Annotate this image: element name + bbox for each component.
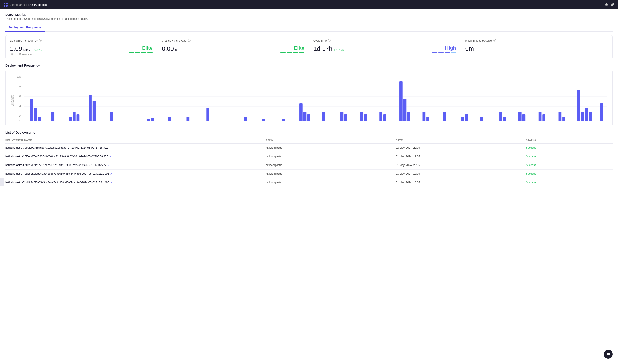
svg-rect-71 <box>407 112 410 121</box>
metric-dots-ct <box>432 52 456 53</box>
svg-text:8: 8 <box>19 85 21 88</box>
metric-body-ct: 1d 17h ↓ 41.49% High <box>313 45 456 53</box>
svg-text:Apr 15: Apr 15 <box>478 122 488 123</box>
top-bar: Dashboards / DORA Metrics <box>0 0 618 9</box>
svg-text:4: 4 <box>19 105 21 107</box>
col-header-date[interactable]: DATE <box>396 139 526 142</box>
svg-rect-66 <box>379 112 382 121</box>
svg-rect-32 <box>89 95 92 121</box>
svg-text:Mar 22: Mar 22 <box>317 122 328 123</box>
info-icon-mtr[interactable]: i <box>493 39 496 42</box>
svg-rect-43 <box>186 117 189 121</box>
repo-4: haticahq/astro <box>266 172 396 175</box>
ext-link-3[interactable]: ↗ <box>107 164 109 167</box>
svg-text:Mar 28: Mar 28 <box>357 122 368 123</box>
info-icon-df[interactable]: i <box>39 39 42 42</box>
svg-text:Feb 27: Feb 27 <box>163 122 174 123</box>
ext-link-1[interactable]: ↗ <box>109 147 110 149</box>
svg-rect-86 <box>519 112 522 121</box>
svg-rect-23 <box>34 108 37 121</box>
metric-value-df: 1.09 d/day <box>10 45 30 52</box>
svg-text:Feb 24: Feb 24 <box>144 122 155 123</box>
date-1: 02 May, 2024, 22:05 <box>396 146 526 149</box>
info-icon-ct[interactable]: i <box>328 39 331 42</box>
svg-text:Apr 12: Apr 12 <box>459 122 469 123</box>
metric-body-mtr: 0m — <box>465 45 608 52</box>
metric-header-ct: Cycle Time i <box>313 39 456 42</box>
svg-text:10: 10 <box>16 76 21 78</box>
svg-text:Feb 21: Feb 21 <box>124 122 135 123</box>
chart-container: 10 8 6 4 2 0 Deployments <box>5 70 613 126</box>
svg-rect-76 <box>443 112 446 121</box>
svg-rect-78 <box>461 117 464 121</box>
svg-rect-73 <box>423 112 426 121</box>
main-content: DORA Metrics Track the top DevOps metric… <box>0 9 618 190</box>
svg-text:Apr 09: Apr 09 <box>440 122 450 123</box>
metric-sub-df: 98 Total Deployments <box>10 53 42 55</box>
page-title: DORA Metrics <box>5 13 613 16</box>
svg-text:Mar 16: Mar 16 <box>278 122 289 123</box>
svg-rect-93 <box>562 117 565 121</box>
logo-icon <box>4 3 8 7</box>
svg-text:Apr 30: Apr 30 <box>577 122 587 123</box>
ext-link-2[interactable]: ↗ <box>109 155 111 158</box>
table-row: haticahq-astro-f89123d89a1ee01cdacc01e16… <box>5 161 613 169</box>
svg-text:Mar 19: Mar 19 <box>298 122 309 123</box>
svg-rect-98 <box>589 112 592 121</box>
col-header-repo: REPO <box>266 139 396 142</box>
svg-rect-92 <box>559 112 562 121</box>
link-icon[interactable] <box>611 3 614 7</box>
info-icon-cfr[interactable]: i <box>188 39 190 42</box>
col-header-status: STATUS <box>526 139 613 142</box>
ext-link-5[interactable]: ↗ <box>110 181 112 184</box>
svg-text:0: 0 <box>19 119 21 122</box>
svg-rect-74 <box>426 117 430 121</box>
status-2: Success <box>526 155 613 158</box>
svg-rect-30 <box>77 114 80 121</box>
svg-rect-63 <box>360 112 363 121</box>
svg-rect-54 <box>299 104 303 121</box>
page-subtitle: Track the top DevOps metrics (DORA metri… <box>5 17 613 20</box>
metric-header-mtr: Mean Time to Resolve i <box>465 39 608 42</box>
svg-text:i: i <box>40 39 41 42</box>
breadcrumb-dashboards[interactable]: Dashboards <box>9 3 25 6</box>
logo <box>4 3 8 7</box>
status-1: Success <box>526 146 613 149</box>
svg-rect-48 <box>244 117 247 121</box>
repo-2: haticahq/astro <box>266 155 396 158</box>
status-3: Success <box>526 164 613 167</box>
svg-rect-79 <box>465 114 468 121</box>
table-header: DEPLOYMENT NAME REPO DATE STATUS <box>5 137 613 143</box>
ext-link-4[interactable]: ↗ <box>110 173 112 175</box>
metric-dots-cfr <box>280 52 304 53</box>
svg-rect-100 <box>600 104 603 121</box>
date-3: 01 May, 2024, 23:05 <box>396 164 526 167</box>
svg-text:Feb 15: Feb 15 <box>87 122 98 123</box>
svg-rect-95 <box>577 90 580 121</box>
svg-rect-70 <box>403 99 406 121</box>
svg-text:Apr 18: Apr 18 <box>497 122 508 123</box>
metric-dash-mtr: — <box>476 48 480 52</box>
table-row: haticahq-astro-7bd182a0f3a85a3c43ebe7e9d… <box>5 169 613 178</box>
deployment-name-1: haticahq-astro-38e0fc9e3584cbb771caa5d20… <box>5 146 266 149</box>
metric-header-cfr: Change Failure Rate i <box>162 39 305 42</box>
tab-deployment-frequency[interactable]: Deployment Frequency <box>5 24 44 32</box>
svg-rect-97 <box>585 108 588 121</box>
top-bar-actions <box>605 3 614 7</box>
star-icon[interactable] <box>605 3 608 7</box>
svg-rect-56 <box>307 114 310 121</box>
table-row: haticahq-astro-38e0fc9e3584cbb771caa5d20… <box>5 143 613 152</box>
metric-deployment-frequency: Deployment Frequency i 1.09 d/day ↑ 70.3… <box>6 35 157 59</box>
svg-rect-26 <box>51 112 54 121</box>
date-4: 01 May, 2024, 18:05 <box>396 172 526 175</box>
svg-rect-24 <box>38 117 41 121</box>
sidebar-toggle[interactable] <box>0 178 4 186</box>
metric-dash-cfr: — <box>179 48 183 52</box>
svg-rect-69 <box>399 81 403 121</box>
breadcrumb: Dashboards / DORA Metrics <box>9 3 47 6</box>
svg-text:Mar 01: Mar 01 <box>183 122 194 123</box>
svg-text:6: 6 <box>19 95 21 98</box>
status-4: Success <box>526 172 613 175</box>
svg-rect-38 <box>147 119 150 121</box>
svg-rect-60 <box>340 112 344 121</box>
